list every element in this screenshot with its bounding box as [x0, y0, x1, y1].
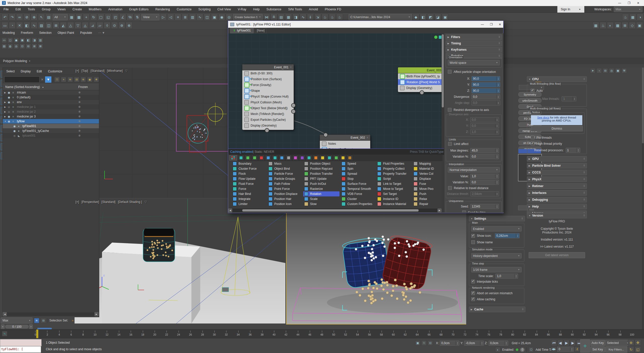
- toolbar-icon[interactable]: ▧: [38, 22, 45, 29]
- selection-filter-dropdown[interactable]: All▼: [53, 14, 68, 20]
- layers-icon[interactable]: ≋: [34, 318, 39, 323]
- scroll-left-icon[interactable]: ◀: [228, 209, 232, 212]
- depot-operator[interactable]: Vertex Col: [413, 171, 441, 176]
- depot-operator[interactable]: Property Transfer: [376, 171, 412, 176]
- depot-tab[interactable]: [286, 155, 292, 161]
- menu-item[interactable]: Substance: [266, 8, 281, 11]
- rollout-header[interactable]: ▶Particle Bind Solver⠿: [527, 163, 587, 168]
- toolbar-icon[interactable]: ≣: [182, 14, 189, 20]
- explorer-menu-item[interactable]: Customize: [48, 70, 62, 73]
- toolbar-icon[interactable]: ⊞: [53, 22, 59, 29]
- prev-frame-button[interactable]: <: [1, 325, 5, 329]
- toolbar-icon[interactable]: ≞: [270, 14, 277, 20]
- next-frame-icon[interactable]: ▶: [570, 340, 576, 346]
- toolbar-icon[interactable]: ▩: [614, 22, 621, 29]
- project-folder-dropdown[interactable]: C:\Users\max...3ds Max 2024▼: [349, 14, 412, 20]
- tyflow-title-bar[interactable]: tyFlow001 : [tyFlow PRO v1.111 Editor] —…: [228, 21, 503, 28]
- visibility-eye-icon[interactable]: ◉: [8, 120, 11, 123]
- toolbar-icon[interactable]: ⊞: [622, 22, 628, 29]
- viewport-label-segment[interactable]: [Default Shading ]: [118, 200, 142, 204]
- toolbar-icon[interactable]: ▱: [96, 22, 103, 29]
- toolbar-icon[interactable]: ⇅: [134, 14, 141, 20]
- command-panel-tab[interactable]: ▣: [615, 68, 621, 73]
- scroll-right-icon[interactable]: ▶: [437, 209, 442, 212]
- frozen-snowflake-icon[interactable]: ❄: [78, 105, 81, 109]
- object-name[interactable]: env: [17, 100, 22, 104]
- object-name[interactable]: medicine jar 1: [17, 105, 36, 109]
- command-panel-tab[interactable]: ◔: [596, 68, 602, 73]
- key-selection-dropdown[interactable]: Selected▼: [605, 340, 630, 346]
- depot-operator[interactable]: Flock: [232, 171, 266, 176]
- depot-operator[interactable]: Repair: [413, 201, 441, 207]
- toolbar-icon[interactable]: ◨: [292, 14, 299, 20]
- tyflow-minimize-button[interactable]: —: [481, 23, 484, 26]
- menu-item[interactable]: Group: [42, 8, 51, 11]
- operator-row[interactable]: Mesh (TriMesh [Render]): [242, 111, 294, 117]
- frozen-snowflake-icon[interactable]: ❄: [78, 124, 81, 128]
- toolbar-icon[interactable]: ◬: [82, 22, 89, 29]
- visibility-eye-icon[interactable]: ◉: [13, 134, 17, 137]
- enabled-dropdown[interactable]: Enabled▼: [471, 226, 522, 231]
- scroll-left-icon[interactable]: ◀: [3, 312, 7, 316]
- auto-checkbox[interactable]: [531, 89, 534, 93]
- operator-row[interactable]: Display (Geometry): [398, 85, 442, 91]
- orbit-icon[interactable]: ↻: [628, 346, 634, 352]
- viewport-label-segment[interactable]: [+]: [76, 200, 79, 204]
- minimap-toggle-icon[interactable]: [434, 35, 438, 39]
- reference-coordinate-dropdown[interactable]: View▼: [141, 14, 159, 20]
- depot-operator[interactable]: Spin: [341, 166, 375, 171]
- toolbar-icon[interactable]: ↶: [2, 14, 8, 20]
- menu-item[interactable]: File: [4, 8, 9, 11]
- depot-operator[interactable]: Slow: [303, 201, 340, 207]
- toolbar-icon[interactable]: ▭: [2, 22, 8, 29]
- icon-size-field[interactable]: 0,282cm▴▾: [495, 233, 520, 238]
- expand-arrow-icon[interactable]: ▶: [4, 115, 7, 118]
- render-icon[interactable]: ♨: [622, 14, 629, 20]
- frozen-snowflake-icon[interactable]: ❄: [78, 129, 81, 133]
- viewport-menu-icon[interactable]: ▽: [125, 69, 127, 73]
- ribbon-icon[interactable]: ◻: [8, 38, 13, 43]
- depot-operator[interactable]: Instance Material: [376, 201, 412, 207]
- depot-operator[interactable]: Limiter: [232, 201, 266, 207]
- viewport-label-segment[interactable]: [Standard]: [101, 200, 115, 204]
- interpolation-dropdown[interactable]: Normal interpolation▼: [448, 167, 500, 172]
- menu-item[interactable]: Tools: [28, 8, 35, 11]
- object-name[interactable]: tyIcon001: [22, 134, 36, 137]
- depot-operator[interactable]: Move to Target: [376, 186, 412, 191]
- ribbon-icon[interactable]: ◨: [32, 38, 37, 43]
- depot-tab[interactable]: [252, 155, 258, 161]
- depot-operator[interactable]: Rotation: [303, 191, 340, 196]
- depot-tab[interactable]: [347, 155, 353, 161]
- layers-icon[interactable]: ≋: [81, 77, 86, 82]
- toolbar-icon[interactable]: ◔: [9, 22, 16, 29]
- pan-icon[interactable]: ✥: [635, 339, 641, 346]
- depot-operator[interactable]: Push In/Out: [303, 181, 340, 186]
- viewport-label-segment[interactable]: [Perspective]: [82, 200, 99, 204]
- depot-tab[interactable]: [245, 155, 251, 161]
- depot-operator[interactable]: Position Icon: [267, 201, 302, 207]
- depot-operator[interactable]: Fluid Properties: [376, 161, 412, 166]
- table-row[interactable]: ◉ ◣ tyIcon001 ❄: [3, 133, 99, 138]
- table-row[interactable]: ▶ ◉ ≡ env ❄: [3, 100, 99, 105]
- node-graph[interactable]: Event_001⍤ Birth (0-50: 300)Position Ico…: [228, 33, 442, 149]
- depot-operator[interactable]: Property Collect: [376, 166, 412, 171]
- table-row[interactable]: ◉ ● tyFlow001 ❄: [3, 124, 99, 129]
- visibility-eye-icon[interactable]: ◉: [8, 101, 11, 104]
- track-bar[interactable]: ∿ 02468101214161820222426283032343638404…: [0, 329, 644, 338]
- div-axis-z-field[interactable]: 1,0▴▾: [470, 129, 499, 134]
- rollout-header[interactable]: ▶Help⠿: [527, 204, 587, 209]
- overview-toggle-icon[interactable]: [438, 35, 442, 39]
- depot-operator[interactable]: Boundary: [232, 161, 266, 166]
- rollout-cpu[interactable]: ▼CPU⠿: [527, 76, 587, 82]
- operator-row[interactable]: Display (Geometry): [242, 123, 294, 128]
- rotation-y-field[interactable]: 90,0▴▾: [471, 82, 500, 87]
- command-panel-tab[interactable]: ◎: [609, 68, 614, 73]
- show-name-checkbox[interactable]: [471, 240, 475, 244]
- reserved-processors-field[interactable]: 1▴▾: [566, 148, 580, 153]
- depot-operator[interactable]: Position Raycast: [303, 166, 340, 171]
- toolbar-icon[interactable]: ≡: [175, 14, 181, 20]
- menu-item[interactable]: SiNi Tools: [288, 8, 302, 11]
- depot-operator[interactable]: Script: [376, 176, 412, 181]
- toolbar-icon[interactable]: ◩: [427, 14, 434, 20]
- depot-operator[interactable]: Relax: [413, 196, 441, 201]
